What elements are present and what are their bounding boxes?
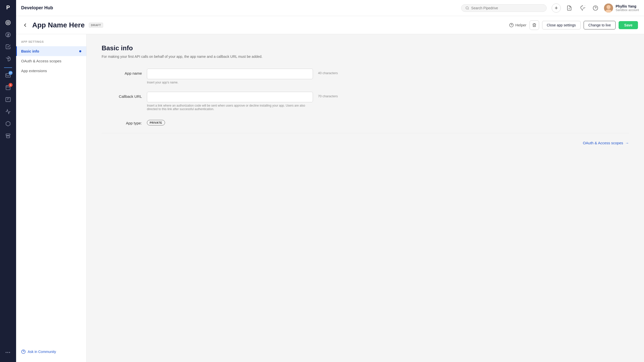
svg-point-2 (8, 22, 8, 23)
nav-item-contacts[interactable] (3, 94, 14, 105)
nav-divider (4, 67, 12, 68)
user-account: Sandbox account (616, 8, 639, 12)
nav-item-more[interactable]: ••• (3, 347, 14, 358)
nav-item-target[interactable] (3, 17, 14, 28)
bulb-icon[interactable] (578, 4, 587, 13)
svg-point-16 (607, 5, 611, 9)
next-link-label: OAuth & Access scopes (583, 141, 623, 145)
app-name-char-count: 40 characters (318, 69, 338, 75)
active-indicator-dot (79, 50, 81, 52)
next-section-link[interactable]: OAuth & Access scopes → (102, 141, 629, 145)
nav-logo: P (4, 3, 13, 12)
extensions-icon[interactable] (565, 4, 574, 13)
user-area[interactable]: Phyllis Yang Sandbox account (604, 4, 639, 13)
callback-url-hint: Insert a link where an authorization cod… (147, 104, 313, 111)
sidebar-item-oauth[interactable]: OAuth & Access scopes (16, 56, 86, 66)
svg-line-9 (468, 9, 469, 9)
section-description: For making your first API calls on behal… (102, 55, 629, 59)
delete-button[interactable] (530, 20, 539, 30)
next-arrow-icon: → (625, 141, 629, 145)
sidebar-item-extensions[interactable]: App extensions (16, 66, 86, 76)
sidebar-spacer (16, 76, 86, 346)
nav-item-campaigns[interactable] (3, 53, 14, 64)
nav-item-tasks[interactable] (3, 41, 14, 52)
app-name-hint: Insert your app's name. (147, 81, 313, 84)
callback-url-label: Callback URL (102, 92, 142, 99)
app-type-label: App type: (102, 118, 142, 125)
save-button[interactable]: Save (619, 21, 638, 29)
app-type-row: App type: PRIVATE (102, 118, 629, 125)
app-type-field-col: PRIVATE (147, 118, 313, 125)
app-name-input[interactable] (147, 69, 313, 79)
nav-rail: P 27 1 ••• (0, 0, 16, 362)
search-bar[interactable] (461, 4, 547, 12)
app-header-actions: Helper Close app settings Change to live… (509, 20, 638, 30)
nav-item-products[interactable] (3, 118, 14, 129)
app-name-field-col: Insert your app's name. (147, 69, 313, 84)
app-name-row: App name Insert your app's name. 40 char… (102, 69, 629, 84)
top-header: Developer Hub + Phyllis Yang (16, 0, 644, 16)
app-name-label: App name (102, 69, 142, 75)
calendar-badge: 1 (9, 83, 13, 87)
svg-point-8 (466, 7, 468, 9)
callback-url-row: Callback URL Insert a link where an auth… (102, 92, 629, 111)
header-actions: + Phyllis Yang Sandbox account (552, 4, 639, 13)
content-wrapper: APP SETTINGS Basic info OAuth & Access s… (16, 34, 644, 362)
nav-item-reports[interactable] (3, 106, 14, 117)
sidebar-extensions-label: App extensions (21, 69, 47, 73)
search-input[interactable] (471, 6, 542, 10)
callback-url-input[interactable] (147, 92, 313, 102)
sidebar-section-title: APP SETTINGS (16, 40, 86, 46)
change-to-live-button[interactable]: Change to live (584, 21, 616, 29)
section-divider (102, 133, 629, 133)
sidebar-item-basic-info[interactable]: Basic info (16, 46, 86, 56)
ask-in-community-link[interactable]: Ask in Community (16, 346, 86, 357)
add-button[interactable]: + (552, 4, 561, 13)
developer-hub-title: Developer Hub (21, 5, 53, 11)
main-wrapper: Developer Hub + Phyllis Yang (16, 0, 644, 362)
user-name: Phyllis Yang (616, 4, 639, 8)
mail-badge: 27 (9, 71, 13, 75)
helper-button[interactable]: Helper (509, 23, 526, 27)
helper-label: Helper (515, 23, 526, 27)
app-name-title: App Name Here (32, 21, 85, 29)
sidebar: APP SETTINGS Basic info OAuth & Access s… (16, 34, 87, 362)
nav-item-calendar[interactable]: 1 (3, 82, 14, 93)
sidebar-basic-info-label: Basic info (21, 49, 39, 53)
nav-item-dollar[interactable] (3, 29, 14, 40)
callback-url-char-count: 70 characters (318, 92, 338, 98)
nav-item-marketplace[interactable] (3, 130, 14, 141)
community-label: Ask in Community (28, 350, 56, 354)
close-app-settings-button[interactable]: Close app settings (542, 21, 581, 29)
draft-badge: DRAFT (89, 23, 103, 28)
search-icon (465, 6, 469, 10)
back-button[interactable] (22, 22, 28, 28)
sidebar-oauth-label: OAuth & Access scopes (21, 59, 61, 63)
help-icon[interactable] (591, 4, 600, 13)
user-info: Phyllis Yang Sandbox account (616, 4, 639, 12)
svg-rect-7 (7, 136, 10, 138)
nav-item-mail[interactable]: 27 (3, 70, 14, 81)
section-title: Basic info (102, 44, 629, 52)
avatar (604, 4, 613, 13)
main-panel: Basic info For making your first API cal… (87, 34, 644, 362)
private-badge: PRIVATE (147, 120, 165, 125)
callback-url-field-col: Insert a link where an authorization cod… (147, 92, 313, 111)
app-header-bar: App Name Here DRAFT Helper Close app set… (16, 16, 644, 34)
